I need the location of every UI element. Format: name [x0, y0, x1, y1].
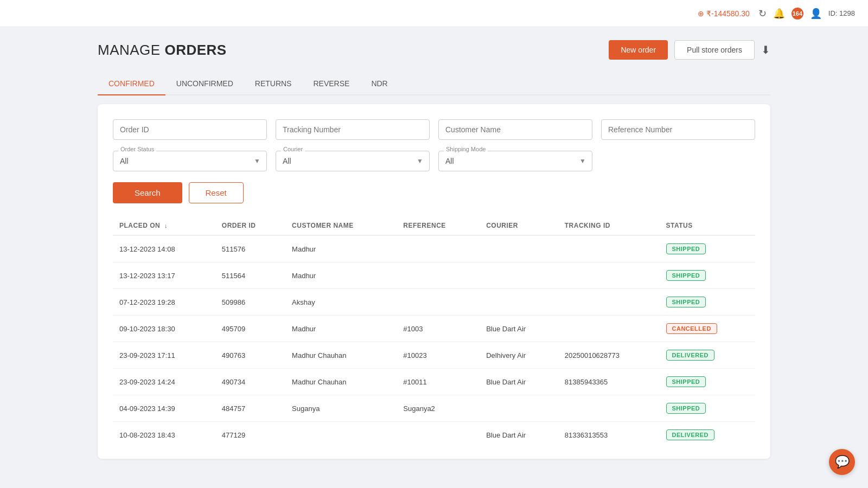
cell-reference [397, 235, 480, 262]
status-badge: SHIPPED [666, 270, 706, 281]
order-id-input[interactable] [113, 119, 267, 140]
table-row: 09-10-2023 18:30495709Madhur#1003Blue Da… [113, 316, 755, 342]
cell-placed-on: 13-12-2023 14:08 [113, 235, 215, 262]
cell-tracking-id[interactable]: 20250010628773 [558, 342, 660, 369]
cell-status: CANCELLED [660, 316, 756, 342]
tracking-number-input[interactable] [276, 119, 430, 140]
col-customer-name: CUSTOMER NAME [285, 216, 397, 235]
col-status: STATUS [660, 216, 756, 235]
cell-customer-name: Madhur Chauhan [285, 369, 397, 395]
shipping-mode-label: Shipping Mode [444, 146, 488, 152]
cell-order-id[interactable]: 495709 [215, 316, 285, 342]
courier-select-wrap: Courier All ▼ [276, 151, 430, 171]
bell-icon[interactable]: 🔔 [773, 8, 785, 20]
notification-badge[interactable]: 164 [792, 8, 803, 20]
cell-courier [480, 395, 558, 422]
order-status-label: Order Status [118, 146, 156, 152]
cell-reference: #1003 [397, 316, 480, 342]
orders-table: PLACED ON ↓ ORDER ID CUSTOMER NAME REFER… [113, 216, 755, 448]
cell-reference [397, 262, 480, 289]
table-body: 13-12-2023 14:08511576MadhurSHIPPED13-12… [113, 235, 755, 448]
cell-customer-name: Madhur [285, 235, 397, 262]
tabs: CONFIRMED UNCONFIRMED RETURNS REVERSE ND… [98, 73, 770, 95]
status-badge: CANCELLED [666, 323, 717, 334]
cell-tracking-id [558, 262, 660, 289]
cell-customer-name: Akshay [285, 289, 397, 316]
cell-order-id[interactable]: 511564 [215, 262, 285, 289]
table-row: 10-08-2023 18:43477129Blue Dart Air81336… [113, 422, 755, 448]
tab-confirmed[interactable]: CONFIRMED [98, 73, 165, 95]
header-actions: New order Pull store orders ⬇ [609, 40, 770, 60]
cell-customer-name: Madhur [285, 316, 397, 342]
cell-reference: #10023 [397, 342, 480, 369]
reference-number-input[interactable] [601, 119, 755, 140]
table-row: 04-09-2023 14:39484757SuganyaSuganya2SHI… [113, 395, 755, 422]
col-placed-on[interactable]: PLACED ON ↓ [113, 216, 215, 235]
cell-customer-name [285, 422, 397, 448]
filter-row-2: Order Status All ▼ Courier All ▼ Shippin… [113, 151, 755, 171]
status-badge: SHIPPED [666, 297, 706, 307]
filter-row-1 [113, 119, 755, 140]
cell-courier: Blue Dart Air [480, 422, 558, 448]
cell-order-id[interactable]: 490734 [215, 369, 285, 395]
cell-courier [480, 289, 558, 316]
chat-button[interactable]: 💬 [829, 449, 855, 472]
status-badge: SHIPPED [666, 376, 706, 387]
user-icon[interactable]: 👤 [810, 8, 822, 20]
tab-unconfirmed[interactable]: UNCONFIRMED [165, 73, 244, 95]
tab-returns[interactable]: RETURNS [244, 73, 303, 95]
action-row: Search Reset [113, 182, 755, 203]
cell-reference [397, 422, 480, 448]
cell-customer-name: Madhur [285, 262, 397, 289]
cell-customer-name: Suganya [285, 395, 397, 422]
col-order-id: ORDER ID [215, 216, 285, 235]
cell-placed-on: 23-09-2023 14:24 [113, 369, 215, 395]
refresh-icon[interactable]: ↻ [758, 8, 767, 20]
cell-placed-on: 07-12-2023 19:28 [113, 289, 215, 316]
user-id: ID: 1298 [828, 9, 855, 17]
table-row: 07-12-2023 19:28509986AkshaySHIPPED [113, 289, 755, 316]
cell-tracking-id[interactable]: 81336313553 [558, 422, 660, 448]
order-status-select[interactable]: All [113, 151, 267, 171]
cell-order-id[interactable]: 477129 [215, 422, 285, 448]
customer-name-input[interactable] [438, 119, 592, 140]
new-order-button[interactable]: New order [609, 40, 668, 60]
cell-tracking-id [558, 316, 660, 342]
cell-courier [480, 262, 558, 289]
cell-tracking-id[interactable]: 81385943365 [558, 369, 660, 395]
cell-courier [480, 235, 558, 262]
tab-ndr[interactable]: NDR [360, 73, 398, 95]
topbar-icons: ↻ 🔔 164 👤 ID: 1298 [758, 8, 855, 20]
cell-tracking-id [558, 289, 660, 316]
status-badge: DELIVERED [666, 429, 714, 440]
cell-order-id[interactable]: 511576 [215, 235, 285, 262]
table-row: 23-09-2023 17:11490763Madhur Chauhan#100… [113, 342, 755, 369]
table-row: 13-12-2023 14:08511576MadhurSHIPPED [113, 235, 755, 262]
status-badge: SHIPPED [666, 403, 706, 414]
download-button[interactable]: ⬇ [761, 43, 770, 56]
cell-status: SHIPPED [660, 369, 756, 395]
cell-placed-on: 09-10-2023 18:30 [113, 316, 215, 342]
courier-label: Courier [281, 146, 305, 152]
courier-select[interactable]: All [276, 151, 430, 171]
topbar-balance[interactable]: ⊕ ₹-144580.30 [698, 9, 750, 18]
cell-order-id[interactable]: 484757 [215, 395, 285, 422]
topbar: ⊕ ₹-144580.30 ↻ 🔔 164 👤 ID: 1298 [0, 0, 868, 27]
shipping-mode-select-wrap: Shipping Mode All ▼ [438, 151, 592, 171]
cell-placed-on: 13-12-2023 13:17 [113, 262, 215, 289]
pull-store-orders-button[interactable]: Pull store orders [674, 40, 755, 60]
search-button[interactable]: Search [113, 182, 182, 203]
table-header: PLACED ON ↓ ORDER ID CUSTOMER NAME REFER… [113, 216, 755, 235]
cell-tracking-id [558, 235, 660, 262]
cell-status: SHIPPED [660, 262, 756, 289]
cell-courier: Delhivery Air [480, 342, 558, 369]
status-badge: DELIVERED [666, 350, 714, 361]
cell-order-id[interactable]: 490763 [215, 342, 285, 369]
shipping-mode-select[interactable]: All [438, 151, 592, 171]
cell-status: SHIPPED [660, 289, 756, 316]
cell-status: SHIPPED [660, 235, 756, 262]
tab-reverse[interactable]: REVERSE [302, 73, 360, 95]
page-title: MANAGE ORDERS [98, 42, 227, 59]
reset-button[interactable]: Reset [189, 182, 244, 203]
cell-order-id[interactable]: 509986 [215, 289, 285, 316]
